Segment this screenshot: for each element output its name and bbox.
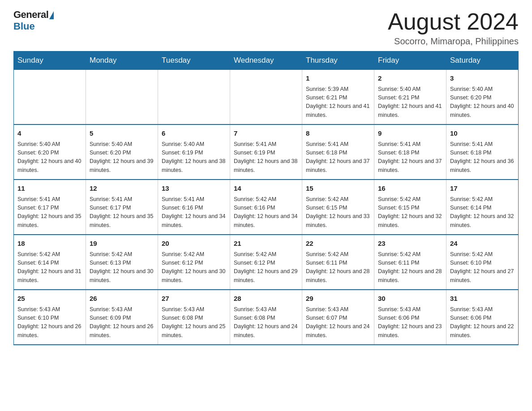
- calendar-cell: 3Sunrise: 5:40 AMSunset: 6:20 PMDaylight…: [446, 70, 519, 125]
- calendar-cell: 6Sunrise: 5:40 AMSunset: 6:19 PMDaylight…: [158, 124, 230, 180]
- day-info: Sunrise: 5:42 AMSunset: 6:11 PMDaylight:…: [306, 250, 370, 285]
- week-row-4: 18Sunrise: 5:42 AMSunset: 6:14 PMDayligh…: [14, 235, 519, 290]
- calendar-subtitle: Socorro, Mimaropa, Philippines: [388, 36, 519, 47]
- logo-general-text: General: [13, 9, 48, 21]
- title-block: August 2024 Socorro, Mimaropa, Philippin…: [388, 9, 519, 47]
- day-info: Sunrise: 5:41 AMSunset: 6:18 PMDaylight:…: [450, 140, 515, 175]
- day-info: Sunrise: 5:40 AMSunset: 6:19 PMDaylight:…: [162, 140, 226, 175]
- day-info: Sunrise: 5:41 AMSunset: 6:18 PMDaylight:…: [378, 140, 442, 175]
- week-row-3: 11Sunrise: 5:41 AMSunset: 6:17 PMDayligh…: [14, 180, 519, 235]
- day-number: 6: [162, 128, 226, 139]
- calendar-cell: 13Sunrise: 5:41 AMSunset: 6:16 PMDayligh…: [158, 180, 230, 235]
- week-row-2: 4Sunrise: 5:40 AMSunset: 6:20 PMDaylight…: [14, 124, 519, 180]
- logo-triangle-icon: [49, 11, 54, 19]
- day-info: Sunrise: 5:43 AMSunset: 6:10 PMDaylight:…: [17, 305, 82, 340]
- calendar-cell: 10Sunrise: 5:41 AMSunset: 6:18 PMDayligh…: [446, 124, 519, 180]
- day-info: Sunrise: 5:40 AMSunset: 6:20 PMDaylight:…: [17, 140, 82, 175]
- calendar-cell: 26Sunrise: 5:43 AMSunset: 6:09 PMDayligh…: [86, 290, 158, 345]
- day-info: Sunrise: 5:42 AMSunset: 6:15 PMDaylight:…: [378, 195, 442, 230]
- calendar-cell: 23Sunrise: 5:42 AMSunset: 6:11 PMDayligh…: [374, 235, 446, 290]
- calendar-cell: 18Sunrise: 5:42 AMSunset: 6:14 PMDayligh…: [14, 235, 86, 290]
- calendar-cell: 5Sunrise: 5:40 AMSunset: 6:20 PMDaylight…: [86, 124, 158, 180]
- day-info: Sunrise: 5:42 AMSunset: 6:15 PMDaylight:…: [306, 195, 370, 230]
- calendar-cell: 21Sunrise: 5:42 AMSunset: 6:12 PMDayligh…: [230, 235, 302, 290]
- day-header-friday: Friday: [374, 51, 446, 70]
- calendar-cell: [158, 70, 230, 125]
- day-info: Sunrise: 5:42 AMSunset: 6:10 PMDaylight:…: [450, 250, 515, 285]
- day-info: Sunrise: 5:41 AMSunset: 6:17 PMDaylight:…: [17, 195, 82, 230]
- day-info: Sunrise: 5:40 AMSunset: 6:21 PMDaylight:…: [378, 85, 442, 120]
- day-number: 10: [450, 128, 515, 139]
- day-header-monday: Monday: [86, 51, 158, 70]
- day-number: 9: [378, 128, 442, 139]
- calendar-cell: 12Sunrise: 5:41 AMSunset: 6:17 PMDayligh…: [86, 180, 158, 235]
- calendar-cell: 8Sunrise: 5:41 AMSunset: 6:18 PMDaylight…: [302, 124, 374, 180]
- day-number: 5: [90, 128, 154, 139]
- day-number: 14: [234, 184, 298, 194]
- calendar-cell: 1Sunrise: 5:39 AMSunset: 6:21 PMDaylight…: [302, 70, 374, 125]
- calendar-cell: 2Sunrise: 5:40 AMSunset: 6:21 PMDaylight…: [374, 70, 446, 125]
- day-info: Sunrise: 5:41 AMSunset: 6:17 PMDaylight:…: [90, 195, 154, 230]
- day-info: Sunrise: 5:41 AMSunset: 6:19 PMDaylight:…: [234, 140, 298, 175]
- calendar-cell: 15Sunrise: 5:42 AMSunset: 6:15 PMDayligh…: [302, 180, 374, 235]
- day-info: Sunrise: 5:40 AMSunset: 6:20 PMDaylight:…: [450, 85, 515, 120]
- day-number: 2: [378, 73, 442, 84]
- day-number: 25: [17, 294, 82, 304]
- calendar-cell: 7Sunrise: 5:41 AMSunset: 6:19 PMDaylight…: [230, 124, 302, 180]
- day-number: 11: [17, 184, 82, 194]
- day-headers-row: SundayMondayTuesdayWednesdayThursdayFrid…: [14, 51, 519, 70]
- day-info: Sunrise: 5:43 AMSunset: 6:06 PMDaylight:…: [450, 305, 515, 340]
- calendar-cell: 29Sunrise: 5:43 AMSunset: 6:07 PMDayligh…: [302, 290, 374, 345]
- day-header-wednesday: Wednesday: [230, 51, 302, 70]
- calendar-cell: 25Sunrise: 5:43 AMSunset: 6:10 PMDayligh…: [14, 290, 86, 345]
- calendar-cell: 28Sunrise: 5:43 AMSunset: 6:08 PMDayligh…: [230, 290, 302, 345]
- day-number: 22: [306, 239, 370, 249]
- calendar-cell: 4Sunrise: 5:40 AMSunset: 6:20 PMDaylight…: [14, 124, 86, 180]
- day-info: Sunrise: 5:42 AMSunset: 6:12 PMDaylight:…: [234, 250, 298, 285]
- day-number: 28: [234, 294, 298, 304]
- day-info: Sunrise: 5:43 AMSunset: 6:06 PMDaylight:…: [378, 305, 442, 340]
- day-header-thursday: Thursday: [302, 51, 374, 70]
- calendar-cell: 31Sunrise: 5:43 AMSunset: 6:06 PMDayligh…: [446, 290, 519, 345]
- calendar-cell: 16Sunrise: 5:42 AMSunset: 6:15 PMDayligh…: [374, 180, 446, 235]
- week-row-1: 1Sunrise: 5:39 AMSunset: 6:21 PMDaylight…: [14, 70, 519, 125]
- calendar-body: 1Sunrise: 5:39 AMSunset: 6:21 PMDaylight…: [14, 70, 519, 345]
- calendar-table: SundayMondayTuesdayWednesdayThursdayFrid…: [13, 51, 519, 345]
- day-header-sunday: Sunday: [14, 51, 86, 70]
- day-info: Sunrise: 5:43 AMSunset: 6:08 PMDaylight:…: [234, 305, 298, 340]
- day-number: 16: [378, 184, 442, 194]
- day-number: 26: [90, 294, 154, 304]
- calendar-cell: 20Sunrise: 5:42 AMSunset: 6:12 PMDayligh…: [158, 235, 230, 290]
- day-info: Sunrise: 5:42 AMSunset: 6:13 PMDaylight:…: [90, 250, 154, 285]
- page-header: General Blue August 2024 Socorro, Mimaro…: [13, 9, 519, 47]
- calendar-cell: 14Sunrise: 5:42 AMSunset: 6:16 PMDayligh…: [230, 180, 302, 235]
- day-info: Sunrise: 5:42 AMSunset: 6:14 PMDaylight:…: [17, 250, 82, 285]
- day-number: 30: [378, 294, 442, 304]
- calendar-cell: [230, 70, 302, 125]
- day-number: 21: [234, 239, 298, 249]
- calendar-cell: 17Sunrise: 5:42 AMSunset: 6:14 PMDayligh…: [446, 180, 519, 235]
- day-number: 20: [162, 239, 226, 249]
- day-number: 29: [306, 294, 370, 304]
- calendar-cell: 19Sunrise: 5:42 AMSunset: 6:13 PMDayligh…: [86, 235, 158, 290]
- day-info: Sunrise: 5:41 AMSunset: 6:16 PMDaylight:…: [162, 195, 226, 230]
- calendar-cell: 24Sunrise: 5:42 AMSunset: 6:10 PMDayligh…: [446, 235, 519, 290]
- calendar-cell: [86, 70, 158, 125]
- day-number: 27: [162, 294, 226, 304]
- day-number: 31: [450, 294, 515, 304]
- day-number: 13: [162, 184, 226, 194]
- day-number: 1: [306, 73, 370, 84]
- day-number: 4: [17, 128, 82, 139]
- week-row-5: 25Sunrise: 5:43 AMSunset: 6:10 PMDayligh…: [14, 290, 519, 345]
- day-info: Sunrise: 5:41 AMSunset: 6:18 PMDaylight:…: [306, 140, 370, 175]
- day-number: 19: [90, 239, 154, 249]
- day-number: 12: [90, 184, 154, 194]
- logo: General Blue: [13, 9, 54, 32]
- logo-blue-text: Blue: [13, 21, 35, 32]
- calendar-cell: [14, 70, 86, 125]
- day-number: 8: [306, 128, 370, 139]
- day-info: Sunrise: 5:42 AMSunset: 6:11 PMDaylight:…: [378, 250, 442, 285]
- calendar-title: August 2024: [388, 9, 519, 34]
- day-number: 18: [17, 239, 82, 249]
- day-info: Sunrise: 5:43 AMSunset: 6:08 PMDaylight:…: [162, 305, 226, 340]
